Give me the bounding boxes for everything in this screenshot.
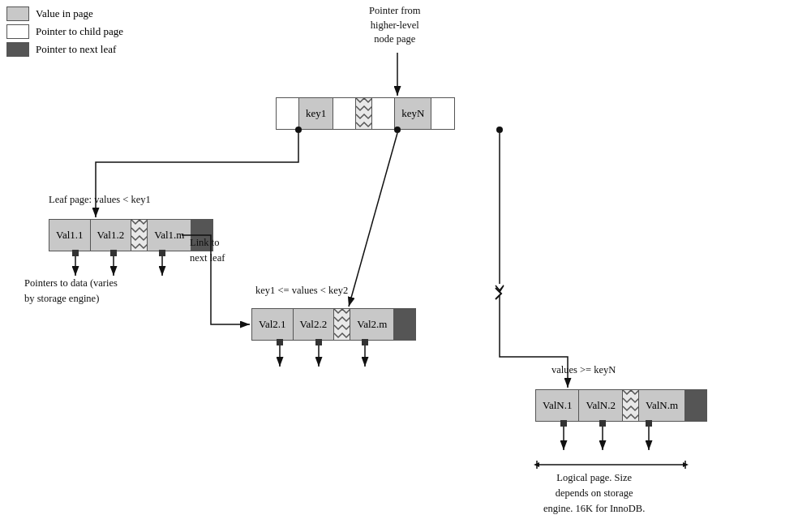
label-logical-page: Logical page. Sizedepends on storageengi… bbox=[543, 470, 645, 516]
leaf1-node: Val1.1 Val1.2 Val1.m bbox=[49, 219, 213, 251]
leafN-node: ValN.1 ValN.2 ValN.m bbox=[535, 389, 707, 422]
svg-point-5 bbox=[496, 127, 503, 133]
legend-label-leaf: Pointer to next leaf bbox=[36, 43, 116, 56]
svg-marker-20 bbox=[683, 462, 689, 467]
legend-label-child: Pointer to child page bbox=[36, 25, 123, 38]
svg-line-6 bbox=[349, 133, 397, 307]
label-link-to-next-leaf: Link tonext leaf bbox=[190, 235, 225, 266]
leaf1-val1: Val1.1 bbox=[49, 220, 91, 251]
leaf2-valm: Val2.m bbox=[350, 309, 394, 340]
root-key1: key1 bbox=[299, 98, 333, 129]
root-ptr-mid2 bbox=[372, 98, 395, 129]
legend-box-leaf bbox=[6, 42, 29, 57]
label-leaf-page-values: Leaf page: values < key1 bbox=[49, 193, 151, 208]
root-ptr-right bbox=[431, 98, 454, 129]
label-pointers-to-data: Pointers to data (variesby storage engin… bbox=[24, 276, 118, 307]
leaf2-node: Val2.1 Val2.2 Val2.m bbox=[251, 308, 416, 341]
legend-label-value: Value in page bbox=[36, 7, 93, 20]
root-keyN: keyN bbox=[395, 98, 431, 129]
legend-value: Value in page bbox=[6, 6, 123, 21]
leaf2-dark bbox=[394, 309, 415, 340]
svg-marker-19 bbox=[534, 462, 539, 467]
leaf2-val1: Val2.1 bbox=[252, 309, 294, 340]
label-key1-values: key1 <= values < key2 bbox=[255, 284, 348, 298]
leafN-dark bbox=[685, 390, 706, 421]
legend: Value in page Pointer to child page Poin… bbox=[6, 6, 123, 60]
leaf1-valm: Val1.m bbox=[148, 220, 191, 251]
root-ptr-mid1 bbox=[333, 98, 356, 129]
leaf1-val2: Val1.2 bbox=[91, 220, 132, 251]
leafN-valm: ValN.m bbox=[639, 390, 685, 421]
legend-box-child bbox=[6, 24, 29, 39]
leafN-val2: ValN.2 bbox=[579, 390, 622, 421]
root-node: key1 keyN bbox=[276, 97, 455, 130]
root-ptr-left bbox=[277, 98, 299, 129]
arrows-overlay bbox=[0, 0, 811, 532]
label-pointer-from-higher: Pointer fromhigher-levelnode page bbox=[369, 4, 421, 47]
legend-leaf: Pointer to next leaf bbox=[6, 42, 123, 57]
leafN-val1: ValN.1 bbox=[536, 390, 579, 421]
label-values-geq-keyN: values >= keyN bbox=[551, 363, 616, 378]
leaf2-val2: Val2.2 bbox=[294, 309, 335, 340]
legend-box-value bbox=[6, 6, 29, 21]
diagram-container: Value in page Pointer to child page Poin… bbox=[0, 0, 811, 532]
legend-child: Pointer to child page bbox=[6, 24, 123, 39]
